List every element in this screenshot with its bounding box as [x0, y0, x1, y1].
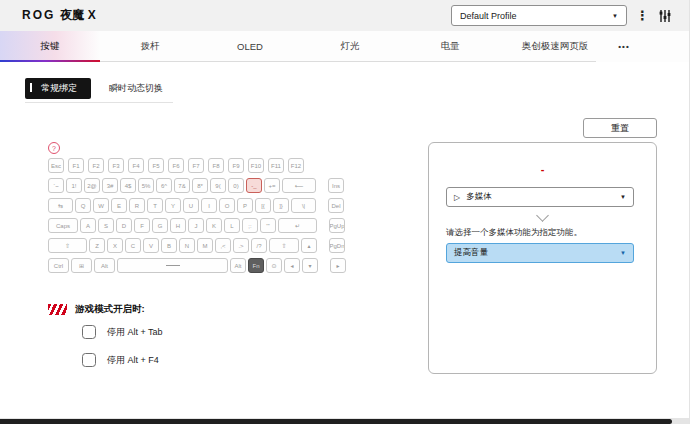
- key-arrow-left[interactable]: ◂: [284, 258, 300, 273]
- help-icon[interactable]: ?: [48, 142, 60, 154]
- key-fn[interactable]: Fn: [248, 258, 264, 273]
- key-f10[interactable]: F10: [248, 158, 264, 173]
- key-s[interactable]: S: [98, 218, 114, 233]
- key-f2[interactable]: F2: [88, 158, 104, 173]
- key-period[interactable]: .>: [233, 238, 249, 253]
- key-e[interactable]: E: [111, 198, 127, 213]
- key-l[interactable]: L: [224, 218, 240, 233]
- function-select[interactable]: 提高音量 ▼: [446, 243, 634, 263]
- key-m[interactable]: M: [197, 238, 213, 253]
- key-j[interactable]: J: [188, 218, 204, 233]
- tab-5[interactable]: 奥创极速网页版: [500, 31, 610, 62]
- tab-2[interactable]: OLED: [200, 31, 300, 62]
- key-pagedown[interactable]: PgDn: [329, 238, 345, 253]
- key-q[interactable]: Q: [75, 198, 91, 213]
- key-right-shift[interactable]: ⇧: [269, 238, 299, 253]
- reset-button[interactable]: 重置: [583, 118, 657, 138]
- key-a[interactable]: A: [80, 218, 96, 233]
- key-enter[interactable]: ↵: [278, 218, 317, 233]
- key-z[interactable]: Z: [89, 238, 105, 253]
- key-arrow-down[interactable]: ▾: [302, 258, 318, 273]
- key-f6[interactable]: F6: [168, 158, 184, 173]
- key-f8[interactable]: F8: [208, 158, 224, 173]
- horizontal-scrollbar[interactable]: [0, 418, 690, 424]
- tab-1[interactable]: 拨杆: [100, 31, 200, 62]
- key-bracket-close[interactable]: ]}: [273, 198, 289, 213]
- key-pageup[interactable]: PgUp: [329, 218, 345, 233]
- key-t[interactable]: T: [147, 198, 163, 213]
- key-c[interactable]: C: [125, 238, 141, 253]
- key-equals[interactable]: +=: [264, 178, 280, 193]
- key-9[interactable]: 9(: [210, 178, 226, 193]
- key-insert[interactable]: Ins: [328, 178, 344, 193]
- key-0[interactable]: 0): [228, 178, 244, 193]
- key-3[interactable]: 3#: [102, 178, 118, 193]
- key-o[interactable]: O: [219, 198, 235, 213]
- key-rog-menu[interactable]: ⊙: [266, 258, 282, 273]
- key-n[interactable]: N: [179, 238, 195, 253]
- checkbox[interactable]: [82, 325, 96, 339]
- key-x[interactable]: X: [107, 238, 123, 253]
- key-w[interactable]: W: [93, 198, 109, 213]
- key-2[interactable]: 2@: [84, 178, 100, 193]
- key-f7[interactable]: F7: [188, 158, 204, 173]
- key-bracket-open[interactable]: [{: [255, 198, 271, 213]
- key-left-alt[interactable]: Alt: [94, 258, 115, 273]
- game-mode-option-0[interactable]: 停用 Alt + Tab: [82, 325, 163, 339]
- subtab-0[interactable]: 常规绑定: [25, 78, 91, 99]
- key-8[interactable]: 8*: [192, 178, 208, 193]
- key-delete[interactable]: Del: [328, 198, 344, 213]
- key-space[interactable]: [117, 258, 228, 273]
- key-left-ctrl[interactable]: Ctrl: [48, 258, 69, 273]
- key-f5[interactable]: F5: [148, 158, 164, 173]
- key-y[interactable]: Y: [165, 198, 181, 213]
- key-5[interactable]: 5%: [138, 178, 154, 193]
- key-esc[interactable]: Esc: [48, 158, 64, 173]
- game-mode-option-1[interactable]: 停用 Alt + F4: [82, 353, 159, 367]
- subtab-1[interactable]: 瞬时动态切换: [99, 78, 173, 99]
- key-p[interactable]: P: [237, 198, 253, 213]
- key-h[interactable]: H: [170, 218, 186, 233]
- key-win[interactable]: ⊞: [71, 258, 92, 273]
- key-minus[interactable]: -_: [246, 178, 262, 193]
- key-b[interactable]: B: [161, 238, 177, 253]
- key-backslash[interactable]: \|: [291, 198, 316, 213]
- key-arrow-right[interactable]: ▸: [330, 258, 346, 273]
- key-f11[interactable]: F11: [268, 158, 284, 173]
- key-f[interactable]: F: [134, 218, 150, 233]
- tab-0[interactable]: 按键: [0, 31, 100, 62]
- key-tab[interactable]: ⇆: [48, 198, 73, 213]
- key-slash[interactable]: /?: [251, 238, 267, 253]
- checkbox[interactable]: [82, 353, 96, 367]
- key-v[interactable]: V: [143, 238, 159, 253]
- key-arrow-up[interactable]: ▴: [301, 238, 317, 253]
- key-u[interactable]: U: [183, 198, 199, 213]
- key-left-shift[interactable]: ⇧: [48, 238, 87, 253]
- key-k[interactable]: K: [206, 218, 222, 233]
- key-i[interactable]: I: [201, 198, 217, 213]
- key-backspace[interactable]: ⟵: [282, 178, 316, 193]
- key-f1[interactable]: F1: [68, 158, 84, 173]
- tune-sliders-icon[interactable]: [658, 9, 672, 23]
- key-1[interactable]: 1!: [66, 178, 82, 193]
- key-r[interactable]: R: [129, 198, 145, 213]
- profile-select[interactable]: Default Profile ▼: [451, 5, 627, 26]
- key-g[interactable]: G: [152, 218, 168, 233]
- key-quote[interactable]: '": [260, 218, 276, 233]
- key-capslock[interactable]: Caps: [48, 218, 78, 233]
- key-f3[interactable]: F3: [108, 158, 124, 173]
- tabs-overflow-button[interactable]: •••: [610, 31, 638, 62]
- key-f12[interactable]: F12: [288, 158, 304, 173]
- category-select[interactable]: ▷ 多媒体 ▼: [446, 187, 634, 207]
- kebab-menu-icon[interactable]: ⋮: [636, 9, 649, 22]
- key-backtick[interactable]: `~: [48, 178, 64, 193]
- key-d[interactable]: D: [116, 218, 132, 233]
- key-right-alt[interactable]: Alt: [230, 258, 246, 273]
- key-6[interactable]: 6^: [156, 178, 172, 193]
- key-comma[interactable]: ,<: [215, 238, 231, 253]
- key-7[interactable]: 7&: [174, 178, 190, 193]
- scrollbar-thumb[interactable]: [0, 419, 672, 424]
- key-4[interactable]: 4$: [120, 178, 136, 193]
- tab-4[interactable]: 电量: [400, 31, 500, 62]
- key-semicolon[interactable]: ;:: [242, 218, 258, 233]
